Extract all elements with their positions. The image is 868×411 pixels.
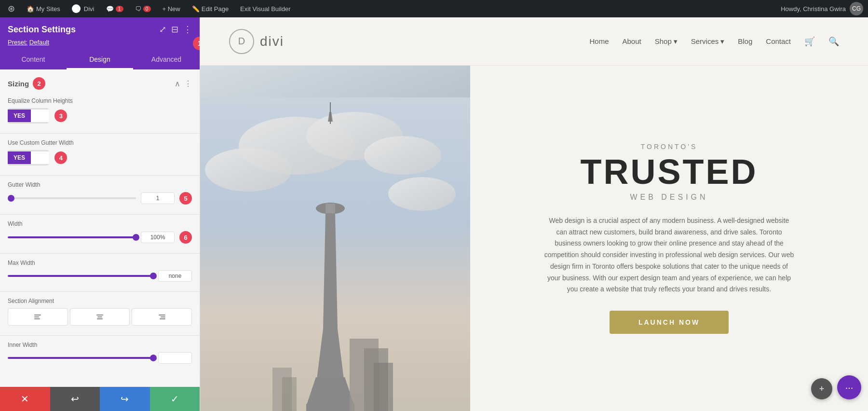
max-width-input[interactable]: none [158, 270, 192, 282]
admin-bar: ⊛ 🏠 My Sites Divi 💬 1 🗨 0 + New ✏️ Edit … [0, 0, 868, 17]
nav-services[interactable]: Services ▾ [691, 37, 725, 46]
columns-icon[interactable]: ⊟ [171, 24, 178, 35]
section-alignment-group: Section Alignment [0, 294, 200, 333]
max-width-slider-track[interactable] [8, 275, 153, 277]
custom-gutter-group: Use Custom Gutter Width YES 4 [0, 136, 200, 173]
inner-width-label: Inner Width [8, 342, 192, 348]
bottom-bar: ✕ ↩ ↪ ✓ [0, 387, 200, 411]
svg-rect-2 [34, 318, 40, 319]
nav-about[interactable]: About [622, 37, 641, 45]
plus-icon: + [819, 384, 825, 394]
nav-home[interactable]: Home [589, 37, 609, 45]
hero-title: TRUSTED [581, 154, 758, 189]
hero-title2: WEB DESIGN [630, 193, 708, 202]
comments-icon: 💬 [106, 5, 114, 13]
cancel-button[interactable]: ✕ [0, 387, 50, 411]
main-layout: Section Settings ⤢ ⊟ ⋮ Preset: Default 1… [0, 17, 868, 411]
custom-gutter-label: Use Custom Gutter Width [8, 139, 192, 146]
divider-1 [0, 133, 200, 134]
wp-icon-btn[interactable]: ⊛ [5, 3, 18, 14]
nav-contact[interactable]: Contact [766, 37, 791, 45]
max-width-fill [8, 275, 153, 277]
panel-header: Section Settings ⤢ ⊟ ⋮ Preset: Default 1 [0, 17, 200, 51]
edit-page-btn[interactable]: ✏️ Edit Page [189, 5, 231, 13]
launch-now-button[interactable]: LAUNCH NOW [610, 311, 729, 334]
inner-width-group: Inner Width [0, 338, 200, 371]
svg-point-13 [205, 148, 292, 192]
panel-header-icons: ⤢ ⊟ ⋮ [159, 24, 192, 35]
hero-content-col: TORONTO'S TRUSTED WEB DESIGN Web design … [470, 66, 868, 411]
width-thumb[interactable] [133, 234, 139, 241]
tab-content[interactable]: Content [0, 51, 67, 69]
step-badge-3: 3 [54, 110, 67, 122]
svg-rect-8 [160, 318, 165, 319]
width-label: Width [8, 220, 192, 227]
equalize-heights-toggle[interactable]: YES [8, 108, 49, 123]
wp-icon: ⊛ [8, 3, 15, 14]
add-section-btn[interactable]: + [811, 378, 832, 399]
edit-icon: ✏️ [192, 5, 200, 13]
svg-rect-4 [97, 316, 102, 317]
settings-panel: Section Settings ⤢ ⊟ ⋮ Preset: Default 1… [0, 17, 200, 411]
width-input[interactable]: 100% [141, 232, 175, 243]
admin-bar-right: Howdy, Christina Gwira CG [781, 2, 863, 15]
custom-gutter-toggle[interactable]: YES [8, 150, 49, 165]
divider-2 [0, 175, 200, 176]
logo-circle: D [229, 29, 254, 54]
svg-rect-3 [96, 315, 103, 315]
nav-shop[interactable]: Shop ▾ [655, 37, 678, 46]
preset-value[interactable]: Default [29, 39, 49, 46]
site-nav: Home About Shop ▾ Services ▾ Blog Contac… [589, 36, 839, 47]
expand-icon[interactable]: ⤢ [159, 24, 166, 35]
gutter-width-input[interactable]: 1 [141, 192, 175, 204]
logo-text: divi [260, 34, 284, 49]
align-right-btn[interactable] [132, 308, 192, 326]
dots-icon: ··· [845, 382, 854, 393]
logo-d: D [238, 36, 245, 47]
cart-icon[interactable]: 🛒 [804, 36, 815, 47]
svg-rect-18 [326, 204, 335, 213]
tab-advanced[interactable]: Advanced [133, 51, 200, 69]
svg-rect-25 [374, 363, 393, 411]
align-left-btn[interactable] [8, 308, 68, 326]
my-sites-btn[interactable]: 🏠 My Sites [24, 5, 63, 13]
align-center-btn[interactable] [70, 308, 130, 326]
width-fill [8, 236, 136, 238]
gutter-thumb[interactable] [8, 195, 14, 202]
divi-options-btn[interactable]: ··· [837, 375, 861, 399]
redo-button[interactable]: ↪ [100, 387, 150, 411]
save-button[interactable]: ✓ [150, 387, 200, 411]
svg-rect-7 [161, 316, 165, 317]
sizing-badge: 2 [33, 77, 45, 90]
new-btn[interactable]: + New [160, 5, 183, 13]
exit-builder-btn[interactable]: Exit Visual Builder [237, 5, 294, 13]
hero-section: TORONTO'S TRUSTED WEB DESIGN Web design … [200, 66, 868, 411]
max-width-thumb[interactable] [150, 273, 157, 279]
divi-btn[interactable]: Divi [69, 4, 97, 13]
undo-button[interactable]: ↩ [50, 387, 100, 411]
divider-4 [0, 253, 200, 254]
panel-tabs: Content Design Advanced [0, 51, 200, 69]
collapse-sizing-btn[interactable]: ∧ [175, 79, 180, 88]
hero-description: Web design is a crucial aspect of any mo… [544, 215, 795, 296]
comments-btn[interactable]: 💬 1 [103, 5, 126, 13]
site-header: D divi Home About Shop ▾ Services ▾ Blog… [200, 17, 868, 66]
inner-width-thumb[interactable] [150, 355, 157, 361]
width-slider-track[interactable] [8, 236, 136, 238]
hero-subtitle: TORONTO'S [641, 143, 698, 151]
gutter-slider-track[interactable] [8, 197, 136, 199]
hero-image-col [200, 66, 470, 411]
more-sizing-btn[interactable]: ⋮ [184, 79, 192, 88]
inner-width-slider-track[interactable] [8, 357, 153, 359]
svg-rect-1 [34, 316, 39, 317]
more-icon[interactable]: ⋮ [183, 24, 192, 35]
inner-width-input[interactable] [158, 352, 192, 364]
panel-header-top: Section Settings ⤢ ⊟ ⋮ [8, 24, 192, 35]
panel-body: Sizing 2 ∧ ⋮ Equalize Column Heights YES… [0, 69, 200, 387]
max-width-group: Max Width none [0, 256, 200, 289]
tab-design[interactable]: Design [67, 51, 133, 69]
home-icon: 🏠 [27, 5, 34, 13]
search-icon[interactable]: 🔍 [828, 36, 839, 47]
nav-blog[interactable]: Blog [738, 37, 752, 45]
discussion-btn[interactable]: 🗨 0 [132, 5, 154, 13]
